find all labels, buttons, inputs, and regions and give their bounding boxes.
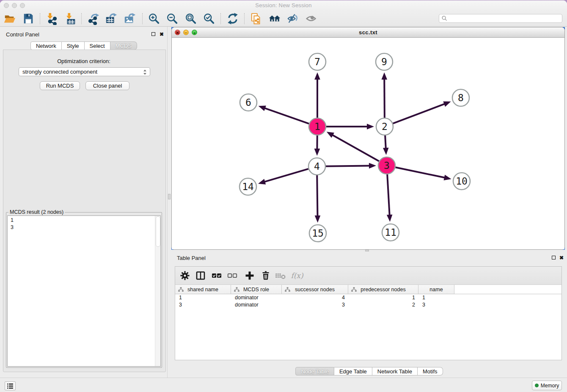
show-all-columns-button[interactable] xyxy=(210,269,223,282)
table-cell[interactable]: 1 xyxy=(348,294,418,301)
run-mcds-button[interactable]: Run MCDS xyxy=(40,81,80,90)
table-cell[interactable]: 1 xyxy=(418,294,454,301)
table-block: f(x) shared nameMCDS rolesuccessor nodes… xyxy=(175,266,562,360)
export-image-button[interactable] xyxy=(123,12,137,25)
network-graph: 1234678910111415 xyxy=(172,38,564,249)
export-network-button[interactable] xyxy=(87,12,100,25)
search-input[interactable] xyxy=(448,15,562,22)
zoom-fit-button[interactable] xyxy=(184,12,198,25)
table-header-row: shared nameMCDS rolesuccessor nodesprede… xyxy=(175,285,561,294)
column-header-successor-nodes[interactable]: successor nodes xyxy=(282,285,348,294)
network-canvas[interactable]: 1234678910111415 xyxy=(172,38,564,249)
tab-node-table[interactable]: Node Table xyxy=(295,367,334,375)
tab-select[interactable]: Select xyxy=(85,41,110,50)
function-builder-icon: f(x) xyxy=(291,271,303,280)
zoom-in-button[interactable] xyxy=(147,12,161,25)
duplicate-network-button[interactable] xyxy=(250,12,263,25)
table-panel-float-icon[interactable] xyxy=(552,256,556,259)
mcds-result-text[interactable]: 13 xyxy=(7,215,161,367)
horizontal-splitter-grip[interactable] xyxy=(365,250,369,251)
open-file-button[interactable] xyxy=(3,12,17,25)
optimization-criterion-label: Optimization criterion: xyxy=(0,58,168,64)
memory-button[interactable]: Memory xyxy=(532,381,562,390)
tab-network[interactable]: Network xyxy=(30,41,62,50)
zoom-selected-icon xyxy=(203,12,215,25)
export-network-icon xyxy=(87,12,100,25)
graph-node-label-11: 11 xyxy=(385,227,396,238)
criterion-select[interactable]: strongly connected component xyxy=(19,67,150,76)
toolbar-separator xyxy=(142,13,143,24)
graph-edge-2-8[interactable] xyxy=(393,104,445,123)
mcds-result-scrollbar[interactable] xyxy=(155,216,160,366)
table-cell[interactable]: 3 xyxy=(418,301,454,309)
graph-edge-2-9[interactable] xyxy=(384,79,385,118)
frame-focus-corner xyxy=(563,27,565,29)
table-cell[interactable]: dominator xyxy=(231,301,282,309)
column-header-shared-name[interactable]: shared name xyxy=(175,285,231,294)
column-header-name[interactable]: name xyxy=(418,285,454,294)
tab-edge-table[interactable]: Edge Table xyxy=(334,367,372,375)
mcds-scrollbar-thumb[interactable] xyxy=(156,216,160,247)
column-header-predecessor-nodes[interactable]: predecessor nodes xyxy=(348,285,418,294)
graph-edge-4-3[interactable] xyxy=(326,166,370,166)
column-header-MCDS-role[interactable]: MCDS role xyxy=(231,285,282,294)
table-cell[interactable]: dominator xyxy=(231,294,282,301)
column-header-label: name xyxy=(429,287,443,293)
hide-selected-button[interactable] xyxy=(286,12,300,25)
tab-style[interactable]: Style xyxy=(62,41,85,50)
graph-node-label-15: 15 xyxy=(312,228,324,239)
graph-arrowhead-1-4 xyxy=(314,149,320,156)
task-history-button[interactable] xyxy=(5,381,16,390)
table-cell[interactable]: 2 xyxy=(348,301,418,309)
network-frame-title: scc.txt xyxy=(172,29,564,36)
graph-edge-3-11[interactable] xyxy=(387,174,390,215)
tab-mcds[interactable]: MCDS xyxy=(110,41,137,50)
save-session-icon xyxy=(22,12,35,25)
zoom-out-button[interactable] xyxy=(165,12,179,25)
graph-edge-2-3[interactable] xyxy=(385,135,386,149)
graph-node-label-1: 1 xyxy=(314,121,320,132)
graph-arrowhead-4-14 xyxy=(258,179,266,185)
criterion-value: strongly connected component xyxy=(22,69,97,75)
zoom-out-icon xyxy=(166,12,179,25)
hide-all-columns-button[interactable] xyxy=(226,269,239,282)
control-panel-close-icon[interactable]: ✖ xyxy=(160,32,164,36)
column-type-icon xyxy=(285,287,290,292)
table-options-button[interactable] xyxy=(179,269,191,282)
control-panel-float-icon[interactable] xyxy=(151,32,155,36)
graph-edge-3-10[interactable] xyxy=(396,167,445,178)
table-cell[interactable]: 3 xyxy=(175,301,231,309)
tab-network-table[interactable]: Network Table xyxy=(372,367,418,375)
first-neighbors-button[interactable] xyxy=(268,12,281,25)
column-header-label: predecessor nodes xyxy=(361,287,405,293)
graph-edge-3-1[interactable] xyxy=(332,135,379,161)
refresh-button[interactable] xyxy=(226,12,239,25)
toolbar-separator xyxy=(220,13,221,24)
table-row[interactable]: 3dominator323 xyxy=(175,301,561,309)
table-cell[interactable]: 4 xyxy=(282,294,348,301)
column-header-label: MCDS role xyxy=(243,287,269,293)
delete-column-button[interactable] xyxy=(259,269,272,282)
graph-edge-1-6[interactable] xyxy=(264,108,309,124)
table-panel-close-icon[interactable]: ✖ xyxy=(559,256,564,260)
table-cell[interactable]: 1 xyxy=(175,294,231,301)
graph-edge-4-15[interactable] xyxy=(317,175,317,216)
toolbar-separator xyxy=(40,13,40,24)
vertical-splitter-grip[interactable] xyxy=(168,194,171,199)
show-column-panel-button[interactable] xyxy=(194,269,207,282)
zoom-selected-button[interactable] xyxy=(202,12,216,25)
show-all-icon xyxy=(306,12,318,25)
graph-arrowhead-1-6 xyxy=(259,105,266,111)
import-network-button[interactable] xyxy=(45,12,59,25)
close-panel-button[interactable]: Close panel xyxy=(85,81,129,90)
save-session-button[interactable] xyxy=(22,12,35,25)
tab-motifs[interactable]: Motifs xyxy=(418,367,443,375)
table-cell[interactable]: 3 xyxy=(282,301,348,309)
add-column-button[interactable] xyxy=(243,269,256,282)
graph-arrowhead-2-8 xyxy=(443,101,451,107)
export-table-button[interactable] xyxy=(105,12,118,25)
graph-edge-4-14[interactable] xyxy=(264,169,308,182)
show-all-button[interactable] xyxy=(305,12,319,25)
table-row[interactable]: 1dominator411 xyxy=(175,294,561,301)
import-table-button[interactable] xyxy=(64,12,77,25)
